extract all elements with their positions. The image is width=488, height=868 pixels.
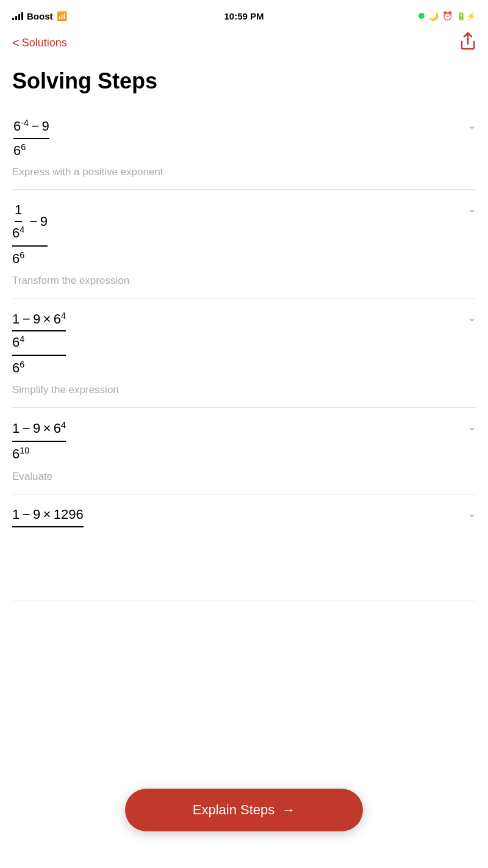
- step-1[interactable]: ⌄ 6-4 − 9 66 Express with a positive exp…: [12, 106, 476, 190]
- status-right: 🌙 ⏰ 🔋⚡: [418, 11, 476, 21]
- steps-container: ⌄ 6-4 − 9 66 Express with a positive exp…: [0, 106, 488, 601]
- wifi-icon: 📶: [57, 11, 67, 21]
- nav-bar: < Solutions: [0, 29, 488, 61]
- step-4-chevron-icon[interactable]: ⌄: [468, 421, 476, 433]
- step-5[interactable]: ⌄ 1 − 9 × 1296: [12, 494, 476, 602]
- step-3-chevron-icon[interactable]: ⌄: [468, 312, 476, 324]
- step-4-description: Evaluate: [12, 471, 476, 483]
- page-title: Solving Steps: [0, 61, 488, 106]
- signal-icon: [12, 12, 23, 20]
- step-1-chevron-icon[interactable]: ⌄: [468, 120, 476, 131]
- status-left: Boost 📶: [12, 11, 67, 21]
- step-3-math: 1 − 9 × 64 64 66: [12, 309, 476, 378]
- back-chevron-icon: <: [12, 36, 20, 50]
- step-4-math: 1 − 9 × 64 610: [12, 419, 476, 464]
- step-1-math: 6-4 − 9 66: [12, 117, 476, 160]
- step-2[interactable]: ⌄ 1 64 − 9 66 Transform the expression: [12, 190, 476, 298]
- moon-icon: 🌙: [428, 11, 439, 21]
- time-label: 10:59 PM: [224, 11, 264, 21]
- explain-steps-button[interactable]: Explain Steps →: [125, 789, 363, 831]
- status-bar: Boost 📶 10:59 PM 🌙 ⏰ 🔋⚡: [0, 0, 488, 29]
- step-5-math: 1 − 9 × 1296: [12, 505, 476, 528]
- step-3[interactable]: ⌄ 1 − 9 × 64 64 66 Simplify the expressi…: [12, 298, 476, 408]
- step-3-description: Simplify the expression: [12, 384, 476, 396]
- step-2-math: 1 64 − 9 66: [12, 201, 476, 269]
- step-1-description: Express with a positive exponent: [12, 166, 476, 178]
- step-4[interactable]: ⌄ 1 − 9 × 64 610 Evaluate: [12, 408, 476, 494]
- share-button[interactable]: [460, 32, 476, 54]
- explain-steps-label: Explain Steps: [193, 802, 275, 818]
- step-2-chevron-icon[interactable]: ⌄: [468, 203, 476, 215]
- carrier-label: Boost: [27, 11, 53, 21]
- step-5-chevron-icon[interactable]: ⌄: [468, 508, 476, 519]
- back-label: Solutions: [22, 37, 67, 49]
- arrow-icon: →: [282, 802, 295, 818]
- alarm-icon: ⏰: [442, 11, 453, 21]
- back-button[interactable]: < Solutions: [12, 36, 67, 50]
- battery-icon: 🔋⚡: [456, 12, 476, 21]
- green-dot-icon: [418, 13, 425, 19]
- step-2-description: Transform the expression: [12, 275, 476, 287]
